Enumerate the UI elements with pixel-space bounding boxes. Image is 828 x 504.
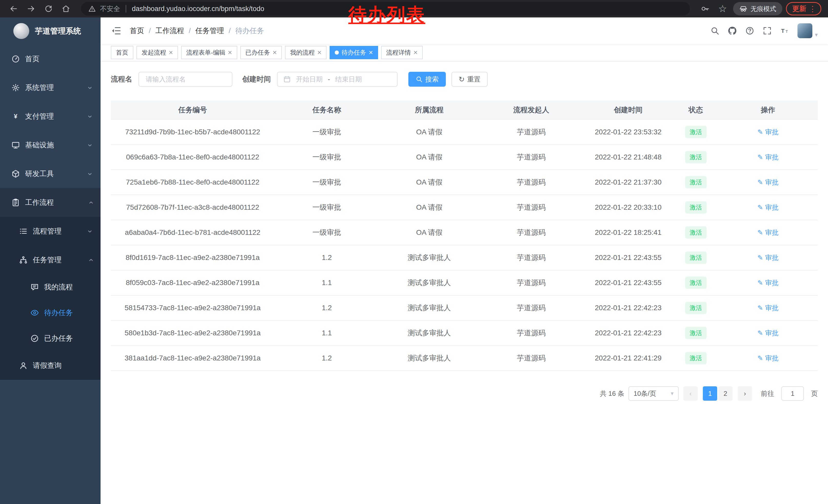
page-button[interactable]: 1 [703, 386, 717, 401]
sidebar-item-workflow[interactable]: 工作流程› [0, 188, 100, 217]
sidebar-item-process-management[interactable]: 流程管理› [0, 217, 100, 245]
tab-我的流程[interactable]: 我的流程× [285, 46, 327, 59]
sidebar-item-my-process[interactable]: 我的流程 [0, 274, 100, 300]
logo-row[interactable]: 芋道管理系统 [0, 17, 100, 45]
approve-link[interactable]: ✎审批 [757, 153, 779, 162]
sidebar-item-system-management[interactable]: 系统管理› [0, 73, 100, 102]
process-name-input[interactable] [138, 72, 233, 87]
task-id-cell: a6aba0a4-7b6d-11ec-b781-acde48001122 [111, 220, 275, 245]
task-name-cell: 一级审批 [275, 120, 379, 145]
font-size-icon[interactable]: TT [780, 26, 789, 35]
process-cell: 测试多审批人 [379, 295, 480, 320]
tab-待办任务[interactable]: 待办任务× [330, 46, 378, 59]
approve-link[interactable]: ✎审批 [757, 354, 779, 363]
avatar[interactable] [797, 23, 812, 38]
task-id-cell: 725a1eb6-7b88-11ec-8ef0-acde48001122 [111, 170, 275, 195]
tab-流程详情[interactable]: 流程详情× [381, 46, 423, 59]
approve-link[interactable]: ✎审批 [757, 228, 779, 237]
page-buttons: 12 [702, 386, 733, 401]
page-size-select[interactable]: 10条/页 ▾ [628, 386, 679, 401]
tab-label: 首页 [116, 48, 128, 57]
sidebar-item-label: 待办任务 [44, 308, 73, 318]
initiator-cell: 芋道源码 [480, 245, 583, 270]
task-name-cell: 1.2 [275, 346, 379, 371]
sidebar-item-label: 我的流程 [44, 282, 73, 292]
sidebar-item-done-task[interactable]: 已办任务 [0, 326, 100, 351]
sidebar-item-leave-query[interactable]: 请假查询 [0, 351, 100, 380]
home-icon[interactable] [59, 2, 73, 16]
update-button[interactable]: 更新 ⋮ [786, 2, 821, 15]
next-page-button[interactable]: › [738, 386, 752, 401]
browser-menu-icon[interactable]: ⋮ [809, 4, 817, 13]
sidebar-item-payment-management[interactable]: ¥支付管理› [0, 102, 100, 131]
table-header-row: 任务编号任务名称所属流程流程发起人创建时间状态操作 [111, 100, 818, 120]
status-cell: 激活 [673, 120, 718, 145]
sidebar-item-infrastructure[interactable]: 基础设施› [0, 131, 100, 159]
tab-流程表单-编辑[interactable]: 流程表单-编辑× [181, 46, 237, 59]
close-tab-icon[interactable]: × [369, 49, 373, 56]
breadcrumb-item[interactable]: 首页 [130, 26, 144, 36]
tab-已办任务[interactable]: 已办任务× [240, 46, 282, 59]
initiator-cell: 芋道源码 [480, 346, 583, 371]
tab-首页[interactable]: 首页 [111, 46, 133, 59]
update-label: 更新 [792, 4, 806, 13]
reset-button[interactable]: ↻ 重置 [451, 72, 488, 87]
close-tab-icon[interactable]: × [413, 49, 418, 56]
svg-text:T: T [785, 29, 788, 34]
created-time-cell: 2022-01-21 22:41:29 [583, 346, 673, 371]
search-icon[interactable] [710, 26, 719, 35]
reload-icon[interactable] [42, 2, 55, 16]
gear-icon [11, 83, 20, 92]
table-row: 58154733-7ac8-11ec-a9e2-a2380e71991a1.2测… [111, 295, 818, 320]
user-menu[interactable]: ▾ [797, 23, 818, 38]
approve-link[interactable]: ✎审批 [757, 203, 779, 212]
initiator-cell: 芋道源码 [480, 220, 583, 245]
task-name-cell: 1.2 [275, 245, 379, 270]
page-button[interactable]: 2 [718, 386, 733, 401]
tab-发起流程[interactable]: 发起流程× [136, 46, 178, 59]
breadcrumb-item[interactable]: 任务管理 [196, 26, 224, 36]
back-icon[interactable] [7, 2, 20, 16]
approve-link[interactable]: ✎审批 [757, 178, 779, 187]
github-icon[interactable] [728, 26, 737, 35]
approve-link[interactable]: ✎审批 [757, 304, 779, 313]
sidebar-item-todo-task[interactable]: 待办任务 [0, 300, 100, 326]
close-tab-icon[interactable]: × [273, 49, 277, 56]
key-icon[interactable] [698, 2, 712, 16]
sidebar-item-task-management[interactable]: 任务管理› [0, 245, 100, 274]
table-column-header: 流程发起人 [480, 100, 583, 120]
task-name-cell: 1.1 [275, 320, 379, 346]
approve-link[interactable]: ✎审批 [757, 128, 779, 137]
approve-link[interactable]: ✎审批 [757, 253, 779, 262]
sidebar-fold-icon[interactable] [111, 25, 123, 37]
dashboard-icon [11, 55, 20, 63]
sidebar-item-home[interactable]: 首页 [0, 45, 100, 73]
bookmark-star-icon[interactable]: ☆ [716, 2, 730, 16]
svg-text:T: T [781, 28, 785, 34]
address-bar[interactable]: 不安全 dashboard.yudao.iocoder.cn/bpm/task/… [81, 2, 690, 16]
sidebar-item-label: 研发工具 [25, 169, 54, 179]
approve-label: 审批 [765, 253, 779, 262]
close-tab-icon[interactable]: × [228, 49, 232, 56]
breadcrumb-item[interactable]: 工作流程 [156, 26, 184, 36]
edit-icon: ✎ [757, 254, 763, 262]
approve-label: 审批 [765, 354, 779, 363]
search-button[interactable]: 搜索 [408, 72, 446, 87]
date-range-picker[interactable]: 开始日期 - 结束日期 [277, 72, 398, 87]
status-badge: 激活 [685, 251, 707, 264]
close-tab-icon[interactable]: × [169, 49, 173, 56]
approve-link[interactable]: ✎审批 [757, 278, 779, 287]
status-badge: 激活 [685, 277, 707, 289]
goto-page-input[interactable] [781, 386, 804, 401]
sidebar-item-dev-tools[interactable]: 研发工具› [0, 159, 100, 188]
task-id-cell: 58154733-7ac8-11ec-a9e2-a2380e71991a [111, 295, 275, 320]
prev-page-button[interactable]: ‹ [683, 386, 698, 401]
chevron-down-icon: › [86, 173, 95, 175]
tags-view: 首页发起流程×流程表单-编辑×已办任务×我的流程×待办任务×流程详情× [100, 44, 828, 61]
help-icon[interactable] [745, 26, 754, 35]
forward-icon[interactable] [24, 2, 38, 16]
fullscreen-icon[interactable] [762, 26, 772, 35]
approve-link[interactable]: ✎审批 [757, 329, 779, 338]
close-tab-icon[interactable]: × [317, 49, 321, 56]
table-row: 8f0d1619-7ac8-11ec-a9e2-a2380e71991a1.2测… [111, 245, 818, 270]
